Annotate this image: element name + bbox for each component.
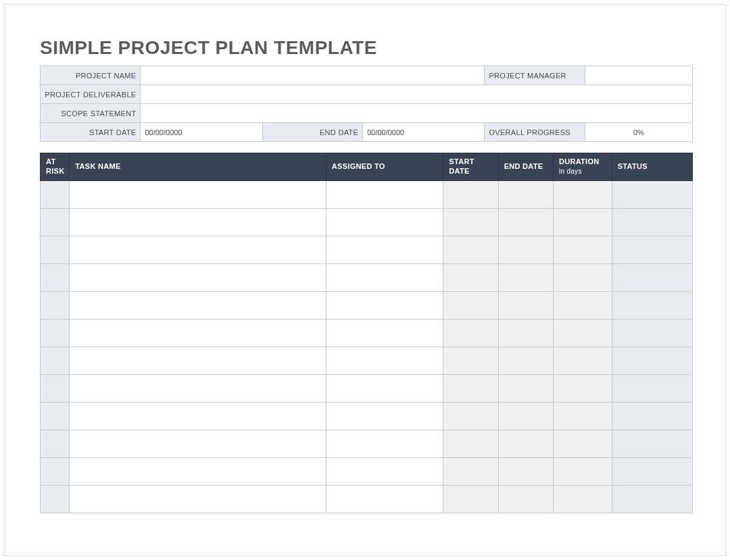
- cell-start-date[interactable]: [443, 291, 498, 319]
- cell-status[interactable]: [612, 457, 692, 485]
- cell-status[interactable]: [612, 208, 692, 236]
- cell-duration[interactable]: [553, 236, 612, 263]
- cell-assigned-to[interactable]: [326, 347, 443, 374]
- cell-task-name[interactable]: [70, 236, 326, 263]
- cell-at-risk[interactable]: [41, 402, 70, 430]
- cell-end-date[interactable]: [498, 485, 553, 513]
- cell-duration[interactable]: [553, 319, 612, 347]
- cell-start-date[interactable]: [443, 263, 498, 291]
- cell-task-name[interactable]: [70, 180, 326, 208]
- field-start-date[interactable]: 00/00/0000: [141, 123, 262, 142]
- cell-status[interactable]: [612, 347, 692, 374]
- cell-start-date[interactable]: [443, 457, 498, 485]
- cell-duration[interactable]: [553, 347, 612, 374]
- cell-task-name[interactable]: [70, 402, 326, 430]
- cell-status[interactable]: [612, 236, 692, 263]
- header-status: STATUS: [612, 153, 692, 181]
- cell-task-name[interactable]: [70, 347, 326, 374]
- cell-assigned-to[interactable]: [326, 291, 443, 319]
- label-deliverable: PROJECT DELIVERABLE: [41, 85, 141, 104]
- cell-task-name[interactable]: [70, 457, 326, 485]
- cell-start-date[interactable]: [443, 430, 498, 457]
- cell-start-date[interactable]: [443, 180, 498, 208]
- cell-start-date[interactable]: [443, 402, 498, 430]
- cell-duration[interactable]: [553, 485, 612, 513]
- cell-at-risk[interactable]: [41, 374, 70, 402]
- cell-task-name[interactable]: [70, 319, 326, 347]
- cell-end-date[interactable]: [498, 457, 553, 485]
- cell-start-date[interactable]: [443, 236, 498, 263]
- cell-task-name[interactable]: [70, 485, 326, 513]
- cell-assigned-to[interactable]: [326, 236, 443, 263]
- cell-at-risk[interactable]: [41, 430, 70, 457]
- field-project-name[interactable]: [141, 66, 485, 85]
- cell-at-risk[interactable]: [41, 457, 70, 485]
- cell-start-date[interactable]: [443, 347, 498, 374]
- field-scope[interactable]: [141, 104, 693, 123]
- cell-task-name[interactable]: [70, 430, 326, 457]
- cell-status[interactable]: [612, 374, 692, 402]
- cell-at-risk[interactable]: [41, 208, 70, 236]
- cell-assigned-to[interactable]: [326, 180, 443, 208]
- cell-task-name[interactable]: [70, 263, 326, 291]
- cell-end-date[interactable]: [498, 319, 553, 347]
- header-duration: DURATION in days: [553, 153, 612, 181]
- cell-end-date[interactable]: [498, 430, 553, 457]
- cell-assigned-to[interactable]: [326, 374, 443, 402]
- cell-end-date[interactable]: [498, 291, 553, 319]
- field-deliverable[interactable]: [141, 85, 693, 104]
- cell-start-date[interactable]: [443, 485, 498, 513]
- cell-start-date[interactable]: [443, 319, 498, 347]
- cell-assigned-to[interactable]: [326, 402, 443, 430]
- cell-assigned-to[interactable]: [326, 208, 443, 236]
- field-project-manager[interactable]: [585, 66, 692, 85]
- cell-start-date[interactable]: [443, 208, 498, 236]
- header-duration-sub: in days: [559, 168, 606, 176]
- cell-end-date[interactable]: [498, 263, 553, 291]
- cell-duration[interactable]: [553, 402, 612, 430]
- cell-task-name[interactable]: [70, 291, 326, 319]
- task-row: [41, 263, 693, 291]
- cell-assigned-to[interactable]: [326, 457, 443, 485]
- cell-at-risk[interactable]: [41, 347, 70, 374]
- label-progress: OVERALL PROGRESS: [485, 123, 585, 142]
- cell-duration[interactable]: [553, 291, 612, 319]
- cell-start-date[interactable]: [443, 374, 498, 402]
- header-assigned-to: ASSIGNED TO: [326, 153, 443, 181]
- cell-assigned-to[interactable]: [326, 263, 443, 291]
- cell-status[interactable]: [612, 319, 692, 347]
- cell-at-risk[interactable]: [41, 291, 70, 319]
- cell-status[interactable]: [612, 402, 692, 430]
- cell-at-risk[interactable]: [41, 263, 70, 291]
- cell-status[interactable]: [612, 291, 692, 319]
- cell-end-date[interactable]: [498, 402, 553, 430]
- field-progress[interactable]: 0%: [585, 123, 692, 142]
- cell-duration[interactable]: [553, 430, 612, 457]
- cell-at-risk[interactable]: [41, 180, 70, 208]
- cell-assigned-to[interactable]: [326, 430, 443, 457]
- cell-status[interactable]: [612, 485, 692, 513]
- cell-at-risk[interactable]: [41, 319, 70, 347]
- cell-status[interactable]: [612, 263, 692, 291]
- label-project-manager: PROJECT MANAGER: [485, 66, 585, 85]
- field-end-date[interactable]: 00/00/0000: [363, 123, 485, 142]
- cell-duration[interactable]: [553, 263, 612, 291]
- cell-task-name[interactable]: [70, 208, 326, 236]
- cell-assigned-to[interactable]: [326, 485, 443, 513]
- cell-duration[interactable]: [553, 208, 612, 236]
- cell-at-risk[interactable]: [41, 236, 70, 263]
- cell-task-name[interactable]: [70, 374, 326, 402]
- cell-end-date[interactable]: [498, 236, 553, 263]
- cell-end-date[interactable]: [498, 208, 553, 236]
- cell-at-risk[interactable]: [41, 485, 70, 513]
- cell-duration[interactable]: [553, 180, 612, 208]
- cell-end-date[interactable]: [498, 374, 553, 402]
- cell-end-date[interactable]: [498, 180, 553, 208]
- cell-status[interactable]: [612, 180, 692, 208]
- cell-duration[interactable]: [553, 457, 612, 485]
- cell-status[interactable]: [612, 430, 692, 457]
- cell-duration[interactable]: [553, 374, 612, 402]
- label-scope: SCOPE STATEMENT: [41, 104, 141, 123]
- cell-assigned-to[interactable]: [326, 319, 443, 347]
- cell-end-date[interactable]: [498, 347, 553, 374]
